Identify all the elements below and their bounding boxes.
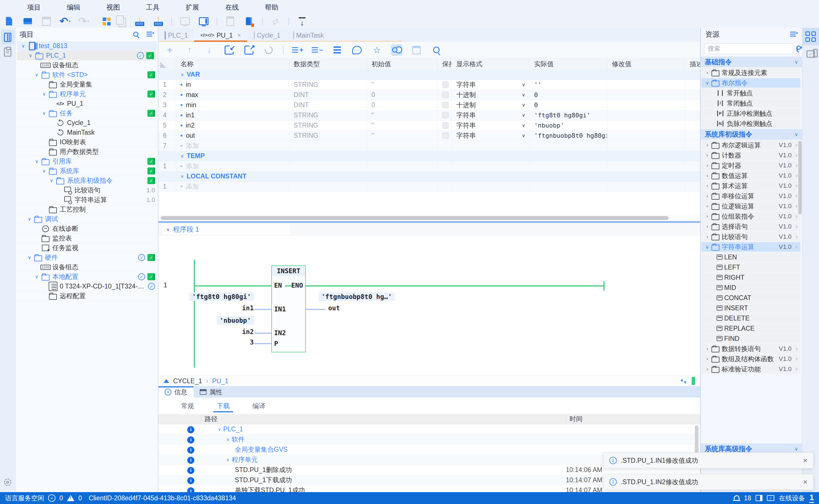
save-values-icon[interactable]	[411, 44, 422, 56]
monitor-values-icon[interactable]	[391, 44, 402, 56]
open-project-icon[interactable]	[22, 16, 33, 27]
horizontal-scrollbar[interactable]	[158, 215, 700, 221]
tree-item[interactable]: ∨ 引用库 ✓	[16, 157, 158, 166]
menu-item[interactable]: 视图	[93, 3, 133, 12]
breadcrumb-program[interactable]: PU_1	[212, 377, 229, 385]
tree-item[interactable]: ∨ 程序单元 ✓	[16, 89, 158, 99]
compare-icon[interactable]	[115, 16, 127, 27]
breadcrumb-task[interactable]: CYCLE_1	[173, 377, 202, 385]
tree-item[interactable]: ∨ test_0813	[17, 41, 157, 51]
editor-tab[interactable]: PLC_1	[158, 29, 194, 42]
resource-item[interactable]: › 数组及结构体函数 V1.0 ∨	[701, 354, 800, 364]
search-input[interactable]	[704, 43, 793, 54]
operand-out-value[interactable]: 'ftgnbuobp8t0 hg…'	[319, 292, 395, 301]
section-system-lib-basic[interactable]: 系统库初级指令∨	[701, 129, 802, 140]
actual-value[interactable]: 0	[530, 90, 607, 100]
tree-item[interactable]: Cycle_1	[16, 118, 158, 128]
tree-item[interactable]: 全局变量集	[16, 80, 158, 89]
add-variable-row[interactable]: 1 添加	[158, 161, 700, 171]
display-format-select[interactable]: 十进制∨	[452, 100, 530, 110]
tree-item[interactable]: ∨ PLC_1 ✓ ✓	[17, 51, 157, 61]
description[interactable]	[685, 110, 700, 120]
add-variable-icon[interactable]	[164, 44, 175, 56]
menu-item[interactable]: 项目	[14, 3, 54, 12]
initial-value[interactable]: ''	[367, 131, 438, 141]
resource-item[interactable]: 常开触点	[701, 88, 800, 98]
retain-checkbox[interactable]	[442, 112, 449, 119]
resource-item[interactable]: N 负脉冲检测触点	[701, 119, 800, 128]
chevron-down-icon[interactable]: ∨	[218, 427, 221, 432]
resource-item[interactable]: FIND	[701, 334, 800, 343]
tree-item[interactable]: PU_1	[16, 99, 158, 109]
info-tab[interactable]: i 信息	[158, 386, 194, 398]
resource-item[interactable]: ∨ 布尔指令	[701, 78, 800, 88]
menu-item[interactable]: 编辑	[54, 3, 93, 12]
initial-value[interactable]: 0	[367, 90, 438, 100]
variable-type[interactable]: STRING	[289, 131, 367, 141]
variable-type[interactable]: STRING	[289, 120, 367, 130]
retain-checkbox[interactable]	[442, 81, 449, 88]
tree-item[interactable]: 比较语句 1.0	[16, 186, 158, 195]
operand-p-value[interactable]: 3	[250, 339, 254, 346]
tree-item[interactable]: ∨ 系统库 ✓	[16, 166, 158, 176]
editor-tab[interactable]: </> PU_1 ×	[194, 29, 247, 42]
toast-notification[interactable]: i .STD.PU_1.IN1修改值成功 ×	[603, 453, 813, 468]
info-subtab[interactable]: 编译	[241, 398, 277, 414]
initial-value[interactable]: 0	[367, 100, 438, 110]
resources-grid-button[interactable]	[802, 28, 819, 45]
menu-item[interactable]: 扩展	[173, 3, 212, 12]
undo-icon[interactable]	[59, 16, 71, 27]
editor-tab[interactable]: MainTask	[287, 29, 330, 42]
modify-value[interactable]	[607, 131, 685, 141]
search-icon[interactable]	[133, 32, 138, 37]
panel-toggle-icon[interactable]	[756, 495, 762, 501]
resource-item[interactable]: › 定时器 V1.0 ∨	[701, 161, 800, 170]
tree-item[interactable]: MainTask	[16, 128, 158, 137]
resource-item[interactable]: LEN	[701, 252, 800, 262]
actual-value[interactable]: 'ftgnbuobp8t0 hg80gi'	[530, 131, 607, 141]
modify-value[interactable]	[607, 90, 685, 100]
sep-4-icon[interactable]	[289, 17, 289, 25]
outline-button[interactable]	[1, 45, 14, 59]
variable-row[interactable]: 2 max DINT 0 十进制∨ 0	[158, 90, 700, 100]
description[interactable]	[685, 120, 700, 130]
resource-item[interactable]: › 位逻辑运算 V1.0 ∨	[701, 201, 800, 211]
move-down-icon[interactable]	[204, 44, 215, 56]
error-count-icon[interactable]: ×	[48, 494, 55, 502]
description[interactable]	[685, 90, 700, 100]
device-connect-icon[interactable]	[198, 16, 209, 27]
resource-item[interactable]: MID	[701, 283, 800, 292]
close-icon[interactable]: ×	[237, 32, 241, 39]
variable-row[interactable]: 3 min DINT 0 十进制∨ 0	[158, 100, 700, 110]
network-header[interactable]: ∨ 程序段 1	[162, 224, 290, 235]
display-format-select[interactable]: 十进制∨	[452, 90, 530, 100]
swap-view-icon[interactable]	[680, 377, 687, 385]
online-device-count[interactable]: 1	[809, 494, 814, 503]
tree-item[interactable]: ∨ 软件 <STD> ✓	[16, 70, 158, 80]
resource-item[interactable]: › 串移位运算 V1.0 ∨	[701, 191, 800, 201]
tree-item[interactable]: ∨ 调试	[16, 214, 158, 224]
data-card-icon[interactable]	[225, 16, 236, 27]
warning-count-icon[interactable]	[67, 495, 74, 501]
resource-item[interactable]: ∨ 字符串运算 V1.0 ∨	[701, 242, 800, 252]
remote-monitor-icon[interactable]	[179, 16, 191, 27]
import-icon[interactable]	[223, 44, 235, 56]
tree-item[interactable]: 任务监视	[16, 243, 158, 253]
section-basic-instructions[interactable]: 基础指令∨	[701, 57, 802, 67]
sep-2-icon[interactable]	[217, 17, 217, 25]
retain-checkbox[interactable]	[442, 122, 449, 129]
download-to-device-icon[interactable]	[134, 16, 145, 27]
tree-item[interactable]: IO映射表	[16, 137, 158, 147]
sort-filter-icon[interactable]	[147, 31, 154, 37]
retain-checkbox[interactable]	[442, 102, 449, 108]
vertical-scrollbar[interactable]	[798, 141, 802, 214]
resource-item[interactable]: LEFT	[701, 262, 800, 272]
variable-type[interactable]: DINT	[289, 100, 367, 110]
resource-item[interactable]: CONCAT	[701, 293, 800, 303]
var-group-header[interactable]: ∨TEMP	[158, 151, 700, 161]
resource-item[interactable]: P 正脉冲检测触点	[701, 109, 800, 118]
refresh-icon[interactable]	[263, 44, 274, 56]
initial-value[interactable]: ''	[367, 110, 438, 120]
operand-in2-name[interactable]: in2	[242, 328, 254, 335]
resource-item[interactable]: › 数值运算 V1.0 ∨	[701, 171, 800, 180]
